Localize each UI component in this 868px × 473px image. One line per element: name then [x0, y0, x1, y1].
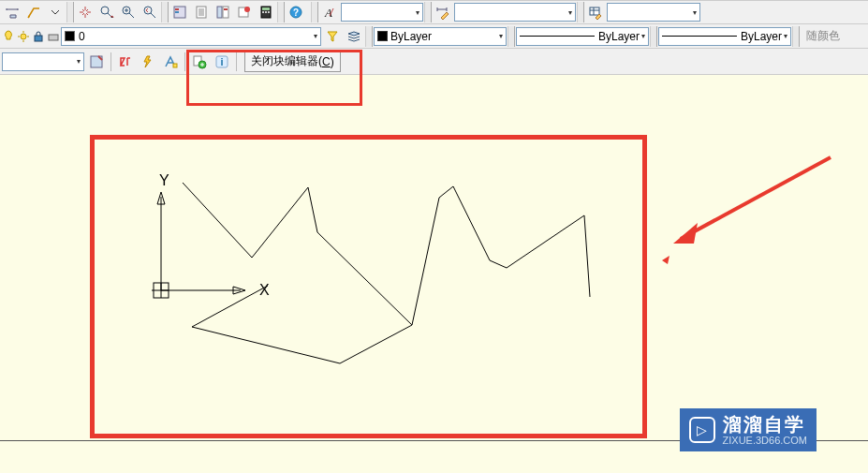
attribute-icon[interactable]	[160, 52, 181, 72]
brand-url: ZIXUE.3D66.COM	[723, 435, 807, 446]
play-icon: ▷	[689, 417, 715, 443]
svg-rect-15	[265, 11, 267, 13]
properties-icon[interactable]	[169, 2, 190, 22]
svg-point-11	[244, 7, 250, 12]
close-key: C	[322, 55, 331, 68]
zoom-realtime-icon[interactable]	[96, 2, 117, 22]
sun-icon	[17, 30, 30, 43]
dimstyle-dropdown[interactable]	[454, 3, 576, 22]
svg-rect-13	[262, 7, 270, 10]
dimstyle-pencil-icon[interactable]	[433, 2, 453, 22]
layer-name: 0	[79, 30, 85, 43]
dropdown-arrow-icon[interactable]	[45, 2, 66, 22]
layer-manager-icon[interactable]	[344, 26, 364, 47]
color-control-dropdown[interactable]: ByLayer	[374, 27, 507, 46]
svg-rect-20	[590, 7, 599, 15]
brand-title: 溜溜自学	[723, 414, 807, 435]
svg-rect-16	[268, 11, 270, 13]
svg-rect-9	[224, 8, 228, 10]
linetype-label: ByLayer	[390, 30, 432, 43]
lock-icon	[32, 30, 45, 43]
pan-icon[interactable]	[75, 2, 96, 22]
svg-text:?: ?	[293, 7, 299, 18]
tool-palettes-icon[interactable]	[213, 2, 233, 22]
tablestyle-icon[interactable]	[585, 2, 606, 22]
lineweight-label: ByLayer	[598, 30, 640, 43]
markup-icon[interactable]	[234, 2, 255, 22]
info-icon[interactable]: i	[212, 52, 232, 72]
quickcalc-icon[interactable]	[256, 2, 276, 22]
svg-rect-22	[35, 36, 42, 41]
authoring-icon[interactable]	[189, 52, 210, 72]
action-icon[interactable]	[138, 52, 158, 72]
sheetset-icon[interactable]	[191, 2, 212, 22]
parameter-icon[interactable]	[115, 52, 136, 72]
textstyle-dropdown[interactable]	[341, 3, 423, 22]
block-dropdown[interactable]	[2, 52, 84, 71]
svg-rect-5	[175, 11, 179, 13]
watermark-badge: ▷ 溜溜自学 ZIXUE.3D66.COM	[680, 408, 817, 451]
layer-state-icons	[2, 30, 60, 43]
svg-rect-23	[49, 35, 58, 40]
textstyle-a-icon[interactable]: A	[319, 2, 340, 22]
layer-dropdown[interactable]: 0	[61, 27, 321, 46]
plotstyle-label: ByLayer	[741, 30, 782, 43]
bulb-icon	[2, 30, 15, 43]
svg-rect-4	[175, 8, 179, 10]
lineweight-control-dropdown[interactable]: ByLayer	[658, 27, 791, 46]
svg-point-2	[144, 7, 152, 14]
close-suffix: )	[331, 55, 334, 68]
tablestyle-dropdown[interactable]	[607, 3, 700, 22]
linetype-control-dropdown[interactable]: ByLayer	[516, 27, 649, 46]
dimlinear-icon[interactable]	[2, 2, 22, 22]
close-block-editor-button[interactable]: 关闭块编辑器(C)	[244, 52, 341, 72]
color-mode-label: 随颜色	[801, 28, 846, 44]
zoom-window-icon[interactable]	[118, 2, 139, 22]
help-icon[interactable]: ?	[286, 2, 306, 22]
svg-rect-7	[217, 7, 222, 18]
svg-rect-25	[173, 64, 177, 67]
zoom-previous-icon[interactable]	[140, 2, 160, 22]
svg-point-0	[101, 7, 109, 14]
svg-rect-6	[197, 7, 206, 18]
svg-point-21	[21, 34, 26, 39]
leader-icon[interactable]	[23, 2, 44, 22]
close-prefix: 关闭块编辑器(	[251, 53, 322, 69]
svg-text:i: i	[220, 56, 223, 67]
svg-rect-8	[223, 7, 228, 18]
layer-filter-icon[interactable]	[322, 26, 343, 47]
bsave-icon[interactable]	[86, 52, 107, 72]
plot-icon	[47, 30, 60, 43]
svg-rect-14	[262, 11, 264, 13]
